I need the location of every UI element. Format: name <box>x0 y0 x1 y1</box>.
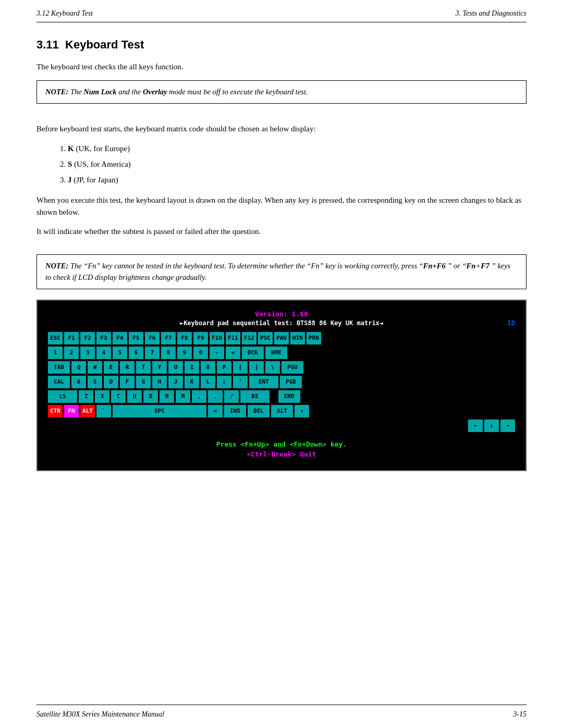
key-backslash[interactable]: \ <box>265 361 280 374</box>
key-lt[interactable]: < <box>208 405 223 417</box>
key-minus[interactable]: - <box>210 347 224 359</box>
key-h[interactable]: H <box>152 376 167 388</box>
note-box-1: NOTE: The Num Lock and the Overlay mode … <box>36 80 527 103</box>
key-f2[interactable]: F2 <box>80 332 95 344</box>
key-6[interactable]: 6 <box>129 347 143 359</box>
key-f4[interactable]: F4 <box>113 332 127 344</box>
key-backtick[interactable]: ` <box>96 405 111 417</box>
key-right[interactable]: → <box>500 419 515 432</box>
key-slash[interactable]: / <box>224 390 239 403</box>
page-footer: Satellite M30X Series Maintenance Manual… <box>36 705 527 728</box>
key-w[interactable]: W <box>88 361 102 374</box>
key-8[interactable]: 8 <box>161 347 176 359</box>
key-l[interactable]: L <box>201 376 215 388</box>
key-f9[interactable]: F9 <box>193 332 208 344</box>
key-prn[interactable]: PRN <box>307 332 321 344</box>
key-d[interactable]: D <box>104 376 118 388</box>
key-lbracket[interactable]: [ <box>233 361 248 374</box>
key-down[interactable]: ↓ <box>484 419 499 432</box>
key-up[interactable]: ↑ <box>295 405 309 417</box>
key-g[interactable]: G <box>136 376 151 388</box>
key-3[interactable]: 3 <box>80 347 95 359</box>
key-period[interactable]: . <box>208 390 223 403</box>
kbd-id: ID <box>508 319 515 327</box>
key-o[interactable]: O <box>201 361 215 374</box>
key-z[interactable]: Z <box>79 390 93 403</box>
key-2[interactable]: 2 <box>64 347 79 359</box>
key-e[interactable]: E <box>104 361 118 374</box>
key-n[interactable]: N <box>160 390 174 403</box>
key-7[interactable]: 7 <box>145 347 160 359</box>
key-del[interactable]: DEL <box>248 405 270 417</box>
key-spc[interactable]: SPC <box>113 405 206 417</box>
key-a[interactable]: A <box>71 376 86 388</box>
key-equals[interactable]: = <box>226 347 240 359</box>
key-b[interactable]: B <box>143 390 158 403</box>
kbd-row-3: TAB Q W E R T Y U I O P [ ] \ PGU <box>48 361 515 374</box>
key-bck[interactable]: BCK <box>242 347 264 359</box>
key-fn[interactable]: FN <box>64 405 79 417</box>
section-title: 3.11 Keyboard Test <box>36 38 527 52</box>
key-5[interactable]: 5 <box>113 347 127 359</box>
header-right: 3. Tests and Diagnostics <box>456 9 527 18</box>
key-ins[interactable]: INS <box>224 405 246 417</box>
footer-left: Satellite M30X Series Maintenance Manual <box>36 710 164 719</box>
key-u2[interactable]: U <box>127 390 142 403</box>
key-y[interactable]: Y <box>152 361 167 374</box>
key-pgu[interactable]: PGU <box>282 361 303 374</box>
key-f1[interactable]: F1 <box>64 332 79 344</box>
key-ent[interactable]: ENT <box>249 376 278 388</box>
key-pgd[interactable]: PGD <box>280 376 302 388</box>
key-comma[interactable]: , <box>192 390 206 403</box>
key-f[interactable]: F <box>120 376 134 388</box>
key-rbracket[interactable]: ] <box>249 361 264 374</box>
key-f12[interactable]: F12 <box>242 332 256 344</box>
key-alt-r[interactable]: ALT <box>271 405 293 417</box>
key-cal[interactable]: CAL <box>48 376 70 388</box>
key-win[interactable]: WIN <box>290 332 305 344</box>
kbd-version: Version: 1.60 <box>255 310 308 318</box>
kbd-bottom-line2: <Ctrl-Break> Quit <box>48 449 515 460</box>
key-ls[interactable]: LS <box>48 390 77 403</box>
key-r[interactable]: R <box>120 361 134 374</box>
list-item-k: K (UK, for Europe) <box>68 142 527 155</box>
note-box-2: NOTE: The “Fn” key cannot be tested in t… <box>36 254 527 289</box>
key-s[interactable]: S <box>88 376 102 388</box>
key-ctr[interactable]: CTR <box>48 405 63 417</box>
key-f5[interactable]: F5 <box>129 332 143 344</box>
key-quote[interactable]: ' <box>233 376 248 388</box>
key-9[interactable]: 9 <box>177 347 192 359</box>
key-hme[interactable]: HME <box>265 347 287 359</box>
key-esc[interactable]: ESC <box>48 332 63 344</box>
key-f11[interactable]: F11 <box>226 332 240 344</box>
key-x[interactable]: X <box>95 390 109 403</box>
key-1[interactable]: 1 <box>48 347 63 359</box>
key-rs[interactable]: RS <box>240 390 270 403</box>
key-4[interactable]: 4 <box>96 347 111 359</box>
key-f7[interactable]: F7 <box>161 332 176 344</box>
key-f8[interactable]: F8 <box>177 332 192 344</box>
kbd-rows: ESC F1 F2 F3 F4 F5 F6 F7 F8 F9 F10 F11 F… <box>48 332 515 432</box>
key-m[interactable]: M <box>176 390 190 403</box>
key-u[interactable]: U <box>168 361 183 374</box>
key-0[interactable]: 0 <box>193 347 208 359</box>
key-tab[interactable]: TAB <box>48 361 70 374</box>
key-f3[interactable]: F3 <box>96 332 111 344</box>
key-alt-l[interactable]: ALT <box>80 405 95 417</box>
key-i[interactable]: I <box>185 361 199 374</box>
key-pau[interactable]: PAU <box>274 332 289 344</box>
key-q[interactable]: Q <box>71 361 86 374</box>
page-header: 3.12 Keyboard Test 3. Tests and Diagnost… <box>36 0 527 22</box>
key-psc[interactable]: PSC <box>258 332 273 344</box>
key-j[interactable]: J <box>168 376 183 388</box>
kbd-bottom-text: Press <Fn+Up> and <Fn+Down> key. <Ctrl-B… <box>48 439 515 460</box>
key-semicolon[interactable]: ; <box>217 376 231 388</box>
key-k[interactable]: K <box>185 376 199 388</box>
key-end[interactable]: END <box>278 390 300 403</box>
key-p[interactable]: P <box>217 361 231 374</box>
key-f10[interactable]: F10 <box>210 332 224 344</box>
key-c[interactable]: C <box>111 390 126 403</box>
key-f6[interactable]: F6 <box>145 332 160 344</box>
key-t[interactable]: T <box>136 361 151 374</box>
key-left[interactable]: ← <box>468 419 483 432</box>
